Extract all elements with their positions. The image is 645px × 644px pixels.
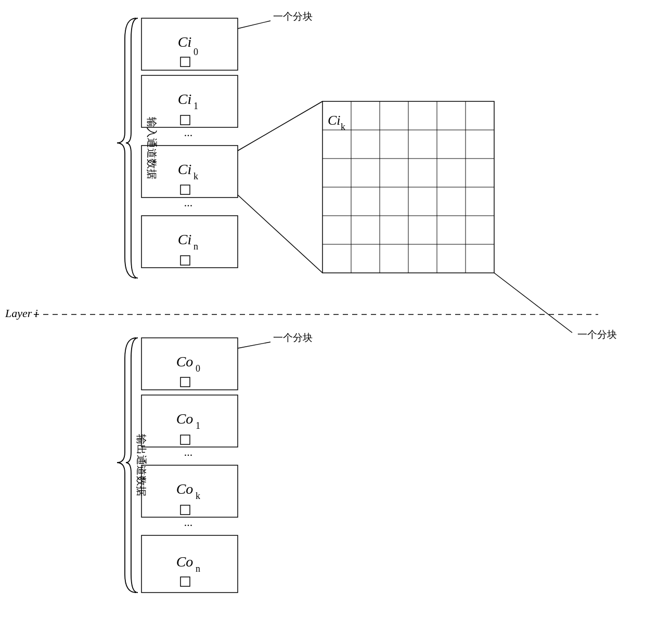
svg-text:···: ···: [184, 519, 193, 532]
svg-text:0: 0: [194, 47, 198, 57]
svg-text:Ci: Ci: [178, 34, 191, 50]
svg-line-56: [238, 21, 270, 29]
svg-text:0: 0: [196, 363, 200, 374]
svg-text:输出通道数据: 输出通道数据: [136, 434, 147, 496]
svg-line-54: [238, 195, 322, 273]
svg-rect-24: [180, 377, 190, 387]
diagram-svg: Ci 0 Ci 1 ··· Ci k ··· Ci n 输入通道数据: [0, 0, 645, 644]
svg-text:Ci: Ci: [328, 113, 341, 128]
svg-rect-28: [180, 435, 190, 444]
svg-line-53: [238, 101, 322, 151]
svg-rect-3: [180, 57, 190, 67]
svg-text:Layer i: Layer i: [5, 307, 38, 320]
svg-text:Co: Co: [176, 481, 194, 497]
svg-text:Co: Co: [176, 353, 194, 370]
svg-text:一个分块: 一个分块: [273, 11, 313, 22]
svg-rect-17: [180, 256, 190, 265]
svg-text:k: k: [194, 171, 198, 181]
svg-line-55: [494, 273, 572, 333]
svg-text:1: 1: [196, 420, 200, 431]
svg-text:Co: Co: [176, 554, 194, 570]
svg-text:Ci: Ci: [178, 231, 191, 247]
svg-rect-38: [180, 577, 190, 586]
svg-text:···: ···: [184, 129, 193, 142]
svg-text:1: 1: [194, 101, 198, 111]
svg-line-59: [238, 342, 270, 348]
svg-rect-33: [180, 505, 190, 515]
svg-text:···: ···: [184, 199, 193, 212]
svg-text:n: n: [194, 241, 198, 252]
svg-text:···: ···: [184, 449, 193, 462]
svg-text:Co: Co: [176, 411, 194, 427]
svg-text:k: k: [341, 122, 345, 132]
svg-rect-12: [180, 185, 190, 194]
svg-rect-7: [180, 115, 190, 125]
svg-text:输入通道数据: 输入通道数据: [146, 117, 158, 179]
diagram: Ci 0 Ci 1 ··· Ci k ··· Ci n 输入通道数据: [0, 0, 645, 644]
svg-text:Ci: Ci: [178, 91, 191, 107]
svg-text:一个分块: 一个分块: [577, 329, 617, 340]
svg-text:k: k: [196, 491, 200, 501]
svg-text:n: n: [196, 563, 200, 574]
svg-text:一个分块: 一个分块: [273, 332, 313, 343]
svg-text:Ci: Ci: [178, 161, 191, 177]
